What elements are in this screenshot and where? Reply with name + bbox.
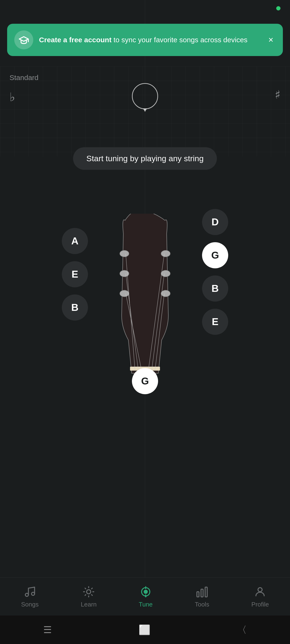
guitar-headstock-area: A E B D G B E G bbox=[62, 209, 228, 399]
svg-rect-21 bbox=[205, 587, 207, 597]
string-note-A[interactable]: A bbox=[62, 228, 88, 254]
profile-icon bbox=[253, 585, 267, 598]
learn-label: Learn bbox=[81, 601, 97, 608]
tuning-label: Standard bbox=[10, 74, 39, 82]
svg-point-18 bbox=[145, 596, 147, 597]
sharp-button[interactable]: ♯ bbox=[275, 88, 280, 102]
tuning-instruction: Start tuning by playing any string bbox=[73, 147, 217, 170]
nav-item-profile[interactable]: Profile bbox=[251, 585, 269, 608]
nav-item-tools[interactable]: Tools bbox=[195, 585, 209, 608]
songs-label: Songs bbox=[21, 601, 39, 608]
tune-label: Tune bbox=[139, 601, 153, 608]
string-note-G[interactable]: G bbox=[202, 242, 228, 268]
string-note-B-high[interactable]: B bbox=[202, 276, 228, 302]
string-note-B-low[interactable]: B bbox=[62, 294, 88, 320]
status-dot bbox=[276, 6, 280, 10]
string-note-G-center[interactable]: G bbox=[132, 368, 158, 394]
menu-button[interactable]: ☰ bbox=[43, 624, 52, 635]
back-button[interactable]: 〈 bbox=[237, 623, 247, 636]
svg-point-13 bbox=[25, 594, 28, 596]
home-button[interactable]: ⬜ bbox=[139, 624, 150, 636]
nav-item-tune[interactable]: Tune bbox=[139, 585, 153, 608]
tuner-needle bbox=[132, 83, 158, 109]
svg-point-1 bbox=[120, 270, 129, 277]
string-note-E-low[interactable]: E bbox=[62, 261, 88, 287]
bottom-navigation: Songs Learn Tune bbox=[0, 578, 290, 616]
svg-point-4 bbox=[161, 270, 170, 277]
svg-point-3 bbox=[161, 250, 170, 257]
notification-icon-circle bbox=[14, 30, 33, 50]
svg-rect-20 bbox=[201, 589, 203, 597]
notification-text-bold: Create a free account bbox=[39, 36, 112, 44]
svg-point-14 bbox=[31, 592, 35, 595]
tools-icon bbox=[195, 585, 209, 598]
svg-rect-19 bbox=[197, 592, 199, 597]
svg-point-2 bbox=[120, 290, 129, 297]
string-note-E-high[interactable]: E bbox=[202, 309, 228, 335]
tune-icon bbox=[139, 585, 152, 598]
nav-item-songs[interactable]: Songs bbox=[21, 585, 39, 608]
nav-item-learn[interactable]: Learn bbox=[81, 585, 97, 608]
string-note-D[interactable]: D bbox=[202, 209, 228, 235]
system-navigation: ☰ ⬜ 〈 bbox=[0, 616, 290, 644]
notification-banner: Create a free account to sync your favor… bbox=[7, 24, 283, 56]
tools-label: Tools bbox=[195, 601, 209, 608]
svg-point-16 bbox=[144, 590, 148, 594]
graduation-cap-icon bbox=[18, 34, 29, 45]
notification-text: Create a free account to sync your favor… bbox=[39, 35, 260, 45]
learn-icon bbox=[82, 585, 95, 598]
songs-icon bbox=[23, 585, 37, 598]
svg-point-5 bbox=[161, 290, 170, 297]
svg-point-22 bbox=[258, 588, 262, 592]
profile-label: Profile bbox=[251, 601, 269, 608]
notification-close-button[interactable]: × bbox=[266, 32, 276, 47]
notification-text-rest: to sync your favorite songs across devic… bbox=[112, 36, 247, 44]
flat-button[interactable]: ♭ bbox=[10, 90, 15, 104]
status-bar bbox=[0, 0, 290, 16]
svg-point-15 bbox=[87, 590, 91, 594]
svg-point-0 bbox=[120, 250, 129, 257]
